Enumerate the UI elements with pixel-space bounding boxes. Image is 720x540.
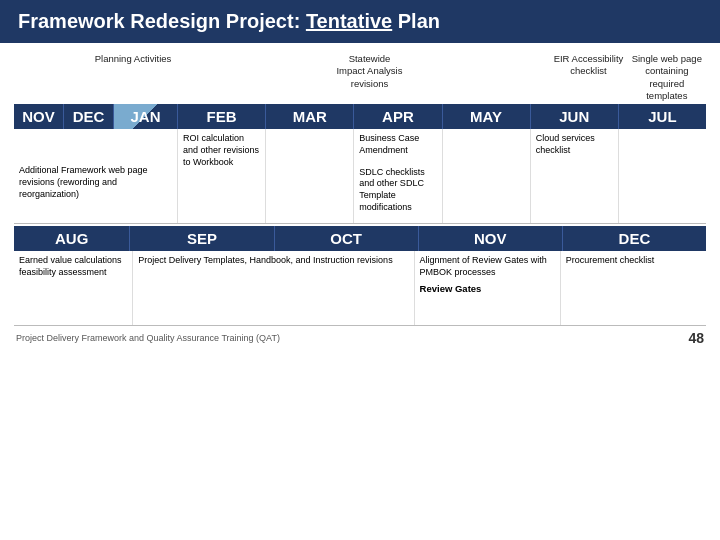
single-web-label: Single web page containing required temp… <box>628 51 706 104</box>
cell-apr: Business Case Amendment SDLC checklists … <box>354 129 442 223</box>
content-row-1: Additional Framework web page revisions … <box>14 129 706 224</box>
month-oct: OCT <box>275 226 419 251</box>
eir-label: EIR Accessibility checklist <box>549 51 627 104</box>
footer: Project Delivery Framework and Quality A… <box>14 326 706 346</box>
top-labels-row: Planning Activities Statewide Impact Ana… <box>14 51 706 104</box>
nov-jan-text: Additional Framework web page revisions … <box>19 165 148 198</box>
month-apr: APR <box>354 104 442 129</box>
cell-aug: Earned value calculations feasibility as… <box>14 251 133 325</box>
month-aug: AUG <box>14 226 130 251</box>
month-dec: DEC <box>64 104 114 129</box>
title-underline: Tentative <box>306 10 392 32</box>
page-number: 48 <box>688 330 704 346</box>
month-mar: MAR <box>266 104 354 129</box>
cell-nov-dec-jan: Additional Framework web page revisions … <box>14 129 178 223</box>
apr-sdlc-text: SDLC checklists and other SDLC Template … <box>359 167 425 212</box>
month-dec2: DEC <box>563 226 706 251</box>
month-may: MAY <box>443 104 531 129</box>
cell-dec2: Procurement checklist <box>561 251 706 325</box>
cell-may <box>443 129 531 223</box>
month-sep: SEP <box>130 226 274 251</box>
planning-activities-label: Planning Activities <box>14 51 252 104</box>
cell-mar <box>266 129 354 223</box>
statewide-label: Statewide Impact Analysis revisions <box>330 51 408 104</box>
month-jan: JAN <box>114 104 178 129</box>
month-feb: FEB <box>178 104 266 129</box>
main-content: Planning Activities Statewide Impact Ana… <box>0 43 720 350</box>
review-gates-label: Review Gates <box>420 283 555 295</box>
cell-feb: ROI calculation and other revisions to W… <box>178 129 266 223</box>
cell-nov2: Alignment of Review Gates with PMBOK pro… <box>415 251 561 325</box>
header-title: Framework Redesign Project: Tentative Pl… <box>18 10 440 32</box>
page-header: Framework Redesign Project: Tentative Pl… <box>0 0 720 43</box>
title-part2: Plan <box>392 10 440 32</box>
cell-jun: Cloud services checklist <box>531 129 619 223</box>
cell-sep-oct: Project Delivery Templates, Handbook, an… <box>133 251 414 325</box>
footer-text: Project Delivery Framework and Quality A… <box>16 333 280 343</box>
month-nov: NOV <box>14 104 64 129</box>
cell-jul <box>619 129 706 223</box>
month-jul: JUL <box>619 104 706 129</box>
month-row-1: NOV DEC JAN FEB MAR APR MAY JUN JUL <box>14 104 706 129</box>
month-nov2: NOV <box>419 226 563 251</box>
content-row-2: Earned value calculations feasibility as… <box>14 251 706 326</box>
title-part1: Framework Redesign Project: <box>18 10 306 32</box>
month-jun: JUN <box>531 104 619 129</box>
page: Framework Redesign Project: Tentative Pl… <box>0 0 720 540</box>
month-row-2: AUG SEP OCT NOV DEC <box>14 226 706 251</box>
